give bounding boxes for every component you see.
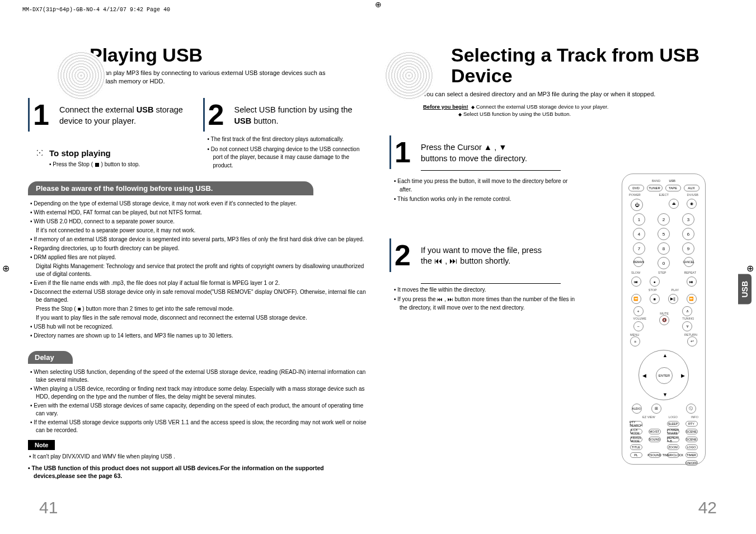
volume-down-button[interactable]: −: [633, 321, 644, 331]
nav-down-button[interactable]: ▼: [663, 392, 668, 397]
aware-item: Even if the file name ends with .mp3, th…: [30, 279, 367, 287]
step-number-1: 1: [28, 98, 49, 132]
nav-right-button[interactable]: ▶: [681, 373, 685, 378]
eject-button[interactable]: ⏏: [669, 199, 679, 209]
stop-label: STOP: [649, 288, 657, 292]
rstep1-c: buttons to move the directory.: [421, 154, 527, 163]
remain-button[interactable]: REMAIN: [633, 257, 644, 267]
remote-small-button[interactable]: TITLE: [630, 444, 642, 450]
play-label: PLAY: [672, 288, 679, 292]
nav-left-button[interactable]: ◀: [642, 373, 646, 378]
remote-small-button[interactable]: TIMER: [685, 452, 698, 458]
remote-small-button[interactable]: MO/ST: [649, 429, 661, 434]
prev-track-button[interactable]: ⏮: [631, 277, 641, 287]
step1-text-b: USB: [137, 105, 154, 114]
num-8-button[interactable]: 8: [658, 242, 670, 255]
remote-dvusb-label: DV/USB: [687, 193, 698, 196]
remote-small-button[interactable]: P.BASS MODE: [630, 437, 642, 442]
diamond-icon: ◆: [471, 105, 475, 110]
page-title-left: Playing USB: [90, 45, 367, 65]
mode-button-dvd[interactable]: DVD: [628, 185, 644, 191]
remote-small-button[interactable]: POWER SHARE: [667, 429, 679, 434]
return-label: RETURN: [684, 333, 697, 336]
power-button[interactable]: ⏻: [631, 199, 643, 211]
before1: Connect the external USB storage device …: [476, 104, 609, 110]
num-5-button[interactable]: 5: [658, 228, 670, 240]
remote-small-button[interactable]: P.SOUND: [649, 452, 661, 458]
mode-button-tape[interactable]: TAPE: [665, 185, 681, 191]
right-step-2: 2 If you want to move the file, press th…: [389, 243, 580, 312]
num-3-button[interactable]: 3: [682, 213, 694, 226]
step1-text-a: Connect the external: [59, 105, 137, 114]
right-step-1: 1 Press the Cursor ▲ , ▼ buttons to move…: [389, 140, 580, 204]
tuning-down-button[interactable]: ∨: [682, 321, 692, 331]
stop-square-icon: [95, 163, 99, 167]
mute-button[interactable]: 🔇: [659, 315, 669, 325]
page-title-right: Selecting a Track from USB Device: [451, 45, 728, 87]
num-7-button[interactable]: 7: [633, 242, 645, 255]
remote-small-button[interactable]: PL: [630, 452, 642, 458]
rstep2-sub2-a: If you press the: [397, 296, 437, 302]
step2-sub-list: The first track of the first directory p…: [208, 135, 367, 170]
remote-small-button[interactable]: RTY: [685, 421, 698, 427]
cancel-button[interactable]: CANCEL: [684, 257, 694, 267]
aware-item: USB hub will not be recognized.: [30, 323, 367, 331]
stop-playing-heading: To stop playing: [34, 147, 192, 159]
mode-button-aux[interactable]: AUX: [684, 185, 699, 191]
num-0-button[interactable]: 0: [658, 257, 670, 269]
side-tab-usb: USB: [738, 274, 752, 305]
num-4-button[interactable]: 4: [633, 228, 645, 240]
step-number-2: 2: [389, 238, 411, 272]
return-button[interactable]: ↩: [687, 336, 697, 346]
num-2-button[interactable]: 2: [658, 213, 670, 226]
stop-title: To stop playing: [49, 148, 111, 158]
stop-button[interactable]: ■: [650, 294, 660, 304]
menu-button[interactable]: ≡: [630, 336, 640, 346]
volume-up-button[interactable]: +: [633, 306, 644, 316]
aware-item: Digital Rights Management: Technology an…: [30, 263, 367, 278]
num-6-button[interactable]: 6: [682, 228, 694, 240]
audio-button[interactable]: AUDIO: [632, 404, 642, 414]
repeat-label: REPEAT: [684, 271, 696, 274]
remote-small-button[interactable]: SCENE: [685, 429, 698, 434]
mode-button-tuner[interactable]: TUNER: [647, 185, 663, 191]
tuning-up-button[interactable]: ∧: [682, 306, 692, 316]
remote-small-button[interactable]: SOUND: [649, 437, 661, 442]
next-icon: ⏭: [448, 296, 453, 302]
tuning-label: TUNING: [682, 317, 694, 320]
before-begin-block: Before you begin! ◆ Connect the external…: [423, 103, 728, 118]
play-pause-button[interactable]: ▶||: [668, 294, 678, 304]
page-number-41: 41: [39, 498, 58, 517]
dvusb-button[interactable]: ◉: [687, 199, 697, 209]
remote-small-button[interactable]: ZOOM: [667, 444, 679, 450]
enter-button[interactable]: ENTER: [656, 367, 673, 384]
note-text: It can't play DIVX/XVID and WMV file whe…: [28, 453, 367, 460]
step-button[interactable]: ●: [650, 277, 660, 287]
step-number-1: 1: [389, 135, 411, 169]
remote-small-button[interactable]: REPEAT A-B: [667, 437, 679, 442]
fforward-button[interactable]: ⏩: [687, 294, 697, 304]
next-track-button[interactable]: ⏭: [687, 277, 697, 287]
remote-small-button[interactable]: S.CX MODE: [630, 429, 642, 434]
num-9-button[interactable]: 9: [682, 242, 694, 255]
step2-text-a: Select USB function by using the: [234, 105, 353, 114]
remote-small-button[interactable]: SLEEP: [667, 421, 679, 427]
num-1-button[interactable]: 1: [633, 213, 645, 226]
remote-small-button[interactable]: SCENE: [685, 437, 698, 442]
remote-small-button[interactable]: ON/OFF: [685, 460, 698, 466]
remote-small-button[interactable]: PTY SEARCH: [630, 421, 642, 427]
aware-item: Press the Stop ( ■ ) button more than 2 …: [30, 305, 367, 313]
page-42: Selecting a Track from USB Device You ca…: [378, 22, 739, 523]
rstep1-sub: Each time you press the button, it will …: [394, 177, 580, 204]
rstep2-sub2: If you press the ⏮ , ⏭ button more times…: [394, 296, 580, 312]
registration-mark-top: ⊕: [375, 0, 382, 9]
prev-icon: ⏮: [434, 256, 443, 265]
info-button[interactable]: ⓘ: [686, 404, 696, 414]
remote-small-button[interactable]: LOGO: [685, 444, 698, 450]
nav-up-button[interactable]: ▲: [663, 353, 668, 358]
rstep1-b: ▲ , ▼: [484, 143, 507, 152]
aware-item: Disconnect the external USB storage devi…: [30, 288, 367, 304]
rewind-button[interactable]: ⏪: [631, 294, 641, 304]
ezview-button[interactable]: ⊞: [651, 404, 661, 414]
remote-small-button[interactable]: TIMER/CLOCK: [667, 452, 679, 458]
